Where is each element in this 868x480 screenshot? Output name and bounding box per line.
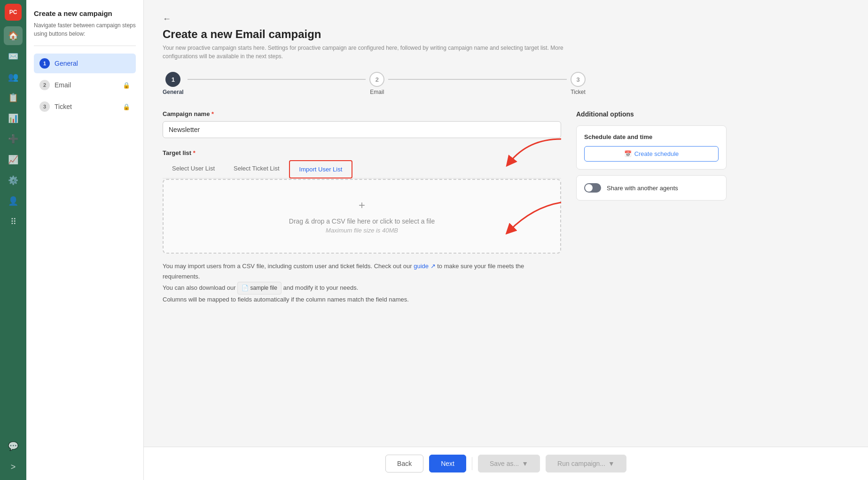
- target-section: Target list *: [163, 149, 561, 305]
- step-circle-1: 1: [165, 72, 180, 87]
- save-as-button[interactable]: Save as... ▼: [478, 455, 540, 472]
- step-circle-2: 2: [369, 72, 384, 87]
- page-subtitle: Your new proactive campaign starts here.…: [163, 44, 586, 61]
- step-line-2-3: [388, 79, 567, 80]
- create-schedule-button[interactable]: 📅 Create schedule: [584, 146, 719, 162]
- step-label-general: General: [55, 60, 78, 67]
- nav-expand-icon[interactable]: >: [4, 457, 23, 476]
- save-dropdown-icon: ▼: [522, 460, 528, 467]
- schedule-title: Schedule date and time: [584, 133, 719, 140]
- nav-users-icon[interactable]: 👤: [4, 192, 23, 210]
- app-logo: PC: [5, 4, 22, 21]
- import-info-line2: You can also download our 📄 sample file …: [163, 282, 561, 294]
- drop-zone-text: Drag & drop a CSV file here or click to …: [173, 217, 551, 225]
- form-main: Campaign name * Target list *: [163, 110, 727, 305]
- nav-campaigns-icon[interactable]: 📊: [4, 109, 23, 128]
- campaign-name-label: Campaign name *: [163, 110, 561, 117]
- nav-email-icon[interactable]: ✉️: [4, 47, 23, 66]
- share-row: Share with another agents: [584, 183, 719, 193]
- step-circle-3: 3: [571, 72, 586, 87]
- sample-file-badge[interactable]: 📄 sample file: [237, 282, 282, 294]
- lock-icon-ticket: 🔒: [123, 103, 130, 110]
- step-item-3: 3 Ticket: [571, 72, 586, 95]
- required-asterisk-name: *: [211, 110, 214, 117]
- step-line-1-2: [188, 79, 366, 80]
- main-body: ← Create a new Email campaign Your new p…: [144, 0, 868, 447]
- step-num-1: 1: [39, 58, 50, 69]
- import-info: You may import users from a CSV file, in…: [163, 261, 561, 305]
- step-label-email: Email: [55, 81, 71, 89]
- nav-add-icon[interactable]: ➕: [4, 130, 23, 148]
- nav-contacts-icon[interactable]: 👥: [4, 68, 23, 86]
- step-num-2: 2: [39, 80, 50, 90]
- campaign-name-input[interactable]: [163, 121, 561, 138]
- form-left: Campaign name * Target list *: [163, 110, 561, 305]
- share-card: Share with another agents: [576, 175, 727, 201]
- left-nav: PC 🏠 ✉️ 👥 📋 📊 ➕ 📈 ⚙️ 👤 ⠿ 💬 >: [0, 0, 26, 480]
- step-item-2: 2 Email: [369, 72, 384, 95]
- run-campaign-button[interactable]: Run campaign... ▼: [546, 455, 626, 472]
- nav-home-icon[interactable]: 🏠: [4, 26, 23, 45]
- step-label-ticket: Ticket: [55, 103, 72, 110]
- sidebar-step-email[interactable]: 2 Email 🔒: [34, 75, 136, 95]
- toggle-thumb: [585, 184, 593, 192]
- target-list-label: Target list *: [163, 149, 561, 156]
- schedule-card: Schedule date and time 📅 Create schedule: [576, 125, 727, 170]
- run-dropdown-icon: ▼: [608, 460, 615, 467]
- nav-settings-icon[interactable]: ⚙️: [4, 171, 23, 190]
- tab-select-user-list[interactable]: Select User List: [163, 160, 224, 178]
- drop-zone[interactable]: + Drag & drop a CSV file here or click t…: [163, 179, 561, 254]
- drop-zone-plus-icon: +: [173, 199, 551, 212]
- import-info-line1: You may import users from a CSV file, in…: [163, 261, 561, 282]
- nav-tasks-icon[interactable]: 📋: [4, 88, 23, 107]
- back-button[interactable]: Back: [385, 455, 423, 472]
- step-bar-label-1: General: [163, 89, 184, 95]
- step-num-3: 3: [39, 101, 50, 112]
- step-bar-label-2: Email: [370, 89, 384, 95]
- required-asterisk-target: *: [193, 149, 195, 156]
- tab-import-user-list[interactable]: Import User List: [289, 160, 353, 178]
- next-button[interactable]: Next: [429, 455, 466, 472]
- nav-reports-icon[interactable]: 📈: [4, 150, 23, 169]
- nav-chat-icon[interactable]: 💬: [4, 437, 23, 456]
- tabs-row: Select User List Select Ticket List Impo…: [163, 160, 561, 178]
- tabs-wrapper: Select User List Select Ticket List Impo…: [163, 160, 561, 254]
- sidebar-step-ticket[interactable]: 3 Ticket 🔒: [34, 97, 136, 116]
- sidebar-title: Create a new campaign: [34, 9, 136, 17]
- steps-bar: 1 General 2 Email 3 Ticket: [163, 72, 586, 95]
- page-title: Create a new Email campaign: [163, 28, 849, 41]
- share-label: Share with another agents: [607, 185, 678, 192]
- lock-icon-email: 🔒: [123, 82, 130, 89]
- sidebar-step-general[interactable]: 1 General: [34, 54, 136, 73]
- form-right: Additional options Schedule date and tim…: [576, 110, 727, 305]
- import-info-line3: Columns will be mapped to fields automat…: [163, 294, 561, 305]
- step-bar-label-3: Ticket: [571, 89, 586, 95]
- additional-options-title: Additional options: [576, 110, 727, 118]
- sidebar-description: Navigate faster between campaign steps u…: [34, 21, 136, 38]
- calendar-icon: 📅: [624, 150, 632, 157]
- sidebar-divider: [34, 46, 136, 46]
- step-item-1: 1 General: [163, 72, 184, 95]
- tab-select-ticket-list[interactable]: Select Ticket List: [224, 160, 289, 178]
- back-arrow-button[interactable]: ←: [163, 14, 171, 24]
- footer-divider: [472, 457, 472, 470]
- sidebar: Create a new campaign Navigate faster be…: [26, 0, 144, 480]
- footer: Back Next Save as... ▼ Run campaign... ▼: [144, 447, 868, 480]
- share-toggle[interactable]: [584, 183, 601, 193]
- drop-zone-size-text: Maximum file size is 40MB: [173, 227, 551, 234]
- main-content: ← Create a new Email campaign Your new p…: [144, 0, 868, 480]
- guide-link[interactable]: guide ↗: [414, 263, 435, 270]
- nav-apps-icon[interactable]: ⠿: [4, 212, 23, 231]
